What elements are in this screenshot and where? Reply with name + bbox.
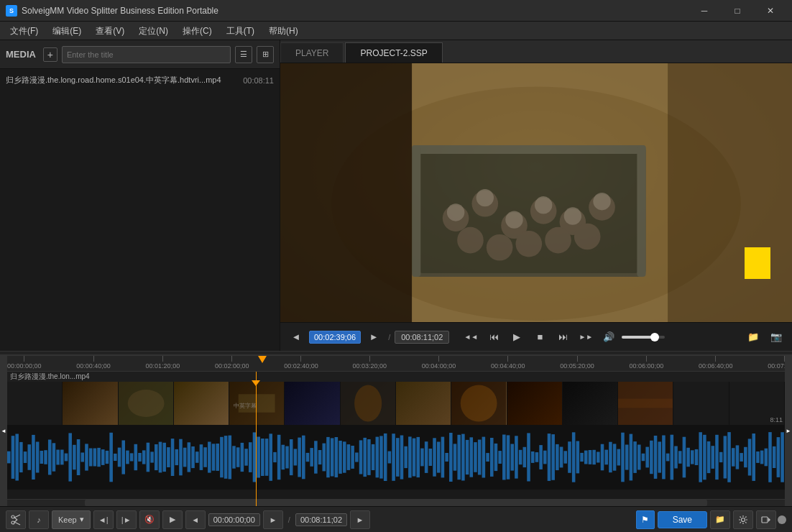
forward-marker-bottom[interactable]: ► bbox=[350, 510, 370, 529]
menu-help[interactable]: 帮助(H) bbox=[262, 22, 305, 40]
timeline-scroll-right[interactable]: ► bbox=[785, 356, 792, 506]
video-area[interactable] bbox=[280, 63, 792, 322]
track-area: 归乡路漫漫.the.lon...mp4 bbox=[7, 372, 785, 506]
forward-button[interactable]: ⏭ bbox=[553, 327, 573, 347]
time-separator-bottom: / bbox=[286, 515, 293, 524]
svg-rect-129 bbox=[379, 436, 383, 478]
play-button[interactable]: ▶ bbox=[507, 327, 527, 347]
menu-position[interactable]: 定位(N) bbox=[132, 22, 175, 40]
video-thumbnails-strip[interactable]: 中英字幕 bbox=[7, 382, 785, 425]
prev-frame-button[interactable]: ◄ bbox=[286, 327, 306, 347]
svg-rect-144 bbox=[441, 437, 445, 478]
svg-rect-84 bbox=[195, 451, 199, 463]
content-area: MEDIA + ☰ ⊞ 归乡路漫漫.the.long.road.home.s01… bbox=[0, 40, 792, 351]
marker-in-button[interactable]: ◄| bbox=[93, 510, 114, 529]
menu-tools[interactable]: 工具(T) bbox=[219, 22, 262, 40]
svg-rect-46 bbox=[40, 451, 44, 464]
marker-out-button[interactable]: |► bbox=[116, 510, 137, 529]
media-add-button[interactable]: + bbox=[43, 47, 57, 62]
media-list-item[interactable]: 归乡路漫漫.the.long.road.home.s01e04.中英字幕.hdt… bbox=[0, 72, 280, 88]
app-icon: S bbox=[6, 5, 17, 17]
svg-rect-76 bbox=[162, 443, 166, 472]
svg-rect-137 bbox=[413, 439, 416, 477]
timeline-ruler[interactable]: 00:00:00;0000:00:40;0000:01:20;0000:02:0… bbox=[7, 356, 785, 372]
next-frame-button[interactable]: ► bbox=[364, 327, 384, 347]
media-grid-view-button[interactable]: ⊞ bbox=[257, 46, 274, 63]
ruler-mark: 00:04:00;00 bbox=[422, 356, 456, 371]
svg-rect-125 bbox=[363, 438, 367, 477]
volume-icon[interactable]: 🔊 bbox=[599, 327, 619, 347]
svg-point-11 bbox=[487, 234, 513, 261]
svg-rect-205 bbox=[691, 450, 694, 464]
tab-player[interactable]: PLAYER bbox=[280, 42, 344, 63]
menu-bar: 文件(F) 编辑(E) 查看(V) 定位(N) 操作(C) 工具(T) 帮助(H… bbox=[0, 22, 792, 40]
save-button[interactable]: Save bbox=[658, 511, 707, 528]
svg-rect-96 bbox=[244, 449, 248, 466]
waveform-svg bbox=[7, 425, 785, 490]
svg-rect-71 bbox=[142, 450, 146, 464]
svg-point-13 bbox=[545, 227, 571, 254]
svg-rect-114 bbox=[318, 450, 322, 464]
settings-button[interactable] bbox=[733, 510, 753, 529]
close-button[interactable]: ✕ bbox=[755, 0, 786, 22]
svg-line-240 bbox=[745, 522, 746, 523]
svg-rect-180 bbox=[589, 450, 592, 464]
svg-rect-219 bbox=[748, 439, 752, 475]
volume-slider[interactable] bbox=[622, 336, 665, 339]
media-list-view-button[interactable]: ☰ bbox=[235, 46, 252, 63]
timeline-scroll-left[interactable]: ◄ bbox=[0, 356, 7, 506]
mute-button[interactable]: 🔇 bbox=[139, 510, 160, 529]
play-bottom-button[interactable]: ▶ bbox=[162, 510, 183, 529]
bookmark-button[interactable]: ⚑ bbox=[636, 510, 655, 529]
menu-file[interactable]: 文件(F) bbox=[3, 22, 45, 40]
svg-rect-222 bbox=[760, 451, 764, 464]
svg-rect-204 bbox=[686, 448, 690, 467]
svg-rect-104 bbox=[277, 435, 281, 480]
svg-rect-153 bbox=[478, 440, 482, 475]
audio-button[interactable]: ♪ bbox=[29, 510, 49, 529]
svg-rect-191 bbox=[633, 441, 637, 473]
current-position-display[interactable]: 00:00:00;00 bbox=[208, 513, 260, 526]
svg-rect-107 bbox=[290, 439, 293, 475]
thumb-5 bbox=[285, 382, 340, 425]
svg-line-239 bbox=[740, 516, 741, 517]
forward-fast-button[interactable]: ►► bbox=[576, 327, 596, 347]
keep-dropdown[interactable]: Keep ▾ bbox=[52, 510, 91, 529]
svg-rect-124 bbox=[359, 440, 363, 474]
tab-project[interactable]: PROJECT-2.SSP bbox=[345, 42, 442, 63]
menu-edit[interactable]: 编辑(E) bbox=[45, 22, 88, 40]
minimize-button[interactable]: ─ bbox=[689, 0, 720, 22]
player-controls: ◄ 00:02:39;06 ► / 00:08:11;02 ◄◄ ⏮ ▶ ■ ⏭… bbox=[280, 322, 792, 351]
thumb-2 bbox=[119, 382, 174, 425]
stop-button[interactable]: ■ bbox=[530, 327, 550, 347]
menu-operation[interactable]: 操作(C) bbox=[175, 22, 219, 40]
ruler-marks: 00:00:00;0000:00:40;0000:01:20;0000:02:0… bbox=[7, 356, 785, 371]
prev-marker-button[interactable]: ◄ bbox=[185, 510, 206, 529]
maximize-button[interactable]: □ bbox=[722, 0, 753, 22]
media-search-input[interactable] bbox=[62, 46, 231, 63]
svg-rect-186 bbox=[613, 444, 617, 470]
timeline-horizontal-scrollbar[interactable] bbox=[7, 499, 785, 506]
svg-rect-24 bbox=[280, 63, 412, 322]
svg-point-12 bbox=[516, 231, 543, 257]
svg-rect-105 bbox=[282, 445, 285, 470]
menu-view[interactable]: 查看(V) bbox=[88, 22, 132, 40]
open-folder-button[interactable]: 📁 bbox=[743, 327, 763, 347]
rewind-fast-button[interactable]: ◄◄ bbox=[461, 327, 481, 347]
svg-rect-113 bbox=[314, 441, 318, 473]
svg-rect-53 bbox=[68, 433, 72, 481]
cut-button[interactable] bbox=[6, 510, 26, 529]
open-file-bottom-button[interactable]: 📁 bbox=[710, 510, 730, 529]
thumb-10 bbox=[563, 382, 618, 425]
svg-line-232 bbox=[14, 518, 17, 520]
rewind-button[interactable]: ⏮ bbox=[484, 327, 504, 347]
next-marker-button[interactable]: ► bbox=[263, 510, 283, 529]
svg-rect-52 bbox=[65, 454, 68, 462]
svg-rect-77 bbox=[167, 447, 170, 467]
screenshot-button[interactable]: 📷 bbox=[766, 327, 786, 347]
record-button[interactable] bbox=[756, 510, 776, 529]
svg-rect-61 bbox=[101, 449, 105, 465]
svg-rect-118 bbox=[335, 437, 339, 477]
current-time-display[interactable]: 00:02:39;06 bbox=[309, 331, 361, 344]
svg-rect-136 bbox=[408, 436, 412, 477]
